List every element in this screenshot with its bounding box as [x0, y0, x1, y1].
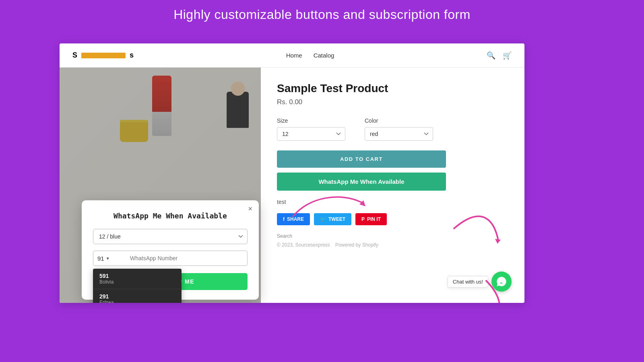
nav-link-home[interactable]: Home: [286, 52, 302, 59]
dropdown-item-eritrea[interactable]: 291 Eritrea: [93, 289, 182, 303]
phone-prefix-selector[interactable]: 91 ▼: [93, 251, 125, 266]
page-title: Highly customizable buttons and subscrip…: [0, 0, 644, 28]
dropdown-code-291: 291: [99, 293, 175, 300]
dropdown-item-bolivia[interactable]: 591 Bolivia: [93, 269, 182, 289]
phone-prefix-value: 91: [97, 255, 104, 262]
product-details: Sample Test Product Rs. 0.00 Size 12 14 …: [261, 68, 524, 303]
dropdown-country-eritrea: Eritrea: [99, 300, 175, 303]
whatsapp-me-when-available-button[interactable]: WhatsApp Me When Available: [277, 173, 446, 191]
twitter-icon: 🐦: [320, 216, 326, 222]
whatsapp-number-input[interactable]: [125, 251, 248, 266]
modal-variant-select[interactable]: 12 / blue 12 / red 14 / blue: [93, 229, 248, 244]
phone-prefix-chevron: ▼: [106, 256, 110, 261]
twitter-share-label: TWEET: [328, 216, 345, 222]
phone-input-row: 91 ▼ 591 Bolivia 291 Eritrea 91 India: [93, 251, 248, 266]
color-variant-group: Color red blue green: [365, 117, 433, 141]
powered-by-text: Powered by Shopify: [335, 242, 378, 248]
product-description: test: [277, 199, 508, 205]
cart-icon[interactable]: 🛒: [503, 51, 512, 60]
facebook-share-button[interactable]: f SHARE: [277, 213, 310, 225]
nav-icons: 🔍 🛒: [487, 51, 512, 60]
modal-close-button[interactable]: ×: [248, 205, 252, 212]
facebook-icon: f: [283, 216, 285, 222]
product-name: Sample Test Product: [277, 82, 508, 95]
nav-links: Home Catalog: [286, 52, 334, 59]
chat-widget: Chat with us!: [448, 272, 512, 292]
search-icon[interactable]: 🔍: [487, 51, 495, 60]
variant-section: Size 12 14 16 Color red blue green: [277, 117, 508, 141]
pinterest-icon: P: [361, 216, 365, 222]
phone-country-dropdown: 591 Bolivia 291 Eritrea 91 India 691 Mic…: [93, 269, 182, 303]
nav-link-catalog[interactable]: Catalog: [314, 52, 334, 59]
nav-logo: S s: [72, 51, 134, 60]
product-footer: Search: [277, 233, 508, 239]
facebook-share-label: SHARE: [287, 216, 304, 222]
search-link[interactable]: Search: [277, 233, 292, 239]
site-footer-info: © 2023, Sourcesexpress Powered by Shopif…: [277, 242, 508, 248]
twitter-share-button[interactable]: 🐦 TWEET: [314, 213, 351, 225]
logo-bar: [81, 53, 126, 58]
add-to-cart-button[interactable]: ADD TO CART: [277, 150, 446, 168]
modal-title: WhatsApp Me When Available: [93, 212, 248, 220]
pinterest-share-label: PIN IT: [367, 216, 381, 222]
size-label: Size: [277, 117, 345, 124]
dropdown-country-bolivia: Bolivia: [99, 279, 175, 285]
whatsapp-modal: × WhatsApp Me When Available 12 / blue 1…: [82, 200, 259, 300]
whatsapp-chat-icon[interactable]: [491, 272, 512, 292]
pinterest-share-button[interactable]: P PIN IT: [355, 213, 387, 225]
dropdown-code-591: 591: [99, 273, 175, 279]
logo-suffix: s: [130, 51, 134, 60]
size-variant-group: Size 12 14 16: [277, 117, 345, 141]
color-label: Color: [365, 117, 433, 124]
copyright-text: © 2023, Sourcesexpress: [277, 242, 330, 248]
browser-window: S s Home Catalog 🔍 🛒: [60, 43, 524, 303]
nav-bar: S s Home Catalog 🔍 🛒: [60, 43, 524, 68]
size-select[interactable]: 12 14 16: [277, 127, 345, 141]
chat-label: Chat with us!: [448, 276, 488, 288]
product-price: Rs. 0.00: [277, 98, 508, 106]
logo-prefix: S: [72, 51, 77, 60]
color-select[interactable]: red blue green: [365, 127, 433, 141]
social-share-row: f SHARE 🐦 TWEET P PIN IT: [277, 213, 508, 225]
